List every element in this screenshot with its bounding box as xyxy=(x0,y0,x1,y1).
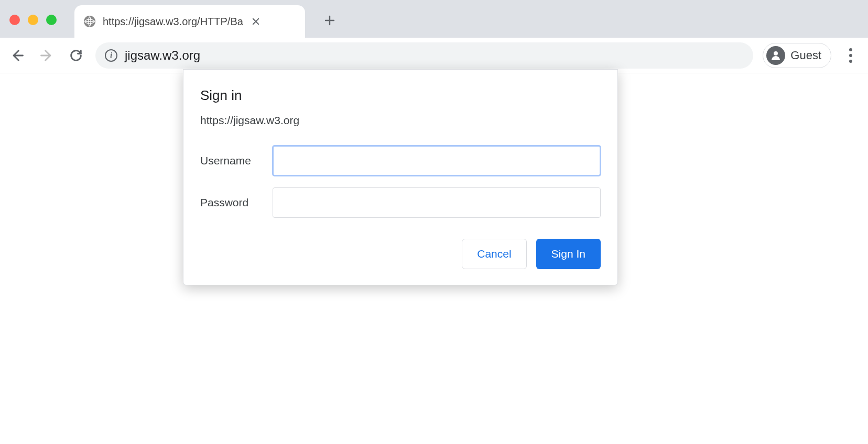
avatar-icon xyxy=(766,46,785,65)
browser-menu-button[interactable] xyxy=(841,46,861,65)
browser-tab[interactable]: https://jigsaw.w3.org/HTTP/Ba xyxy=(74,5,305,38)
window-controls xyxy=(9,15,57,25)
address-bar-text: jigsaw.w3.org xyxy=(125,48,200,63)
dialog-actions: Cancel Sign In xyxy=(200,239,601,269)
address-bar[interactable]: i jigsaw.w3.org xyxy=(95,42,753,69)
browser-toolbar: i jigsaw.w3.org Guest xyxy=(0,38,868,73)
window-close-button[interactable] xyxy=(9,15,20,25)
profile-button[interactable]: Guest xyxy=(763,43,831,68)
dialog-title: Sign in xyxy=(200,87,601,104)
window-maximize-button[interactable] xyxy=(46,15,57,25)
tab-strip: https://jigsaw.w3.org/HTTP/Ba xyxy=(0,0,868,38)
window-minimize-button[interactable] xyxy=(28,15,38,25)
globe-icon xyxy=(84,16,95,27)
reload-button[interactable] xyxy=(66,46,86,65)
password-label: Password xyxy=(200,196,273,209)
new-tab-button[interactable] xyxy=(321,12,339,29)
dialog-origin: https://jigsaw.w3.org xyxy=(200,114,601,127)
profile-label: Guest xyxy=(790,49,821,62)
back-button[interactable] xyxy=(7,46,27,65)
password-input[interactable] xyxy=(273,187,601,218)
username-label: Username xyxy=(200,154,273,167)
page-content: Sign in https://jigsaw.w3.org Username P… xyxy=(0,73,868,444)
http-auth-dialog: Sign in https://jigsaw.w3.org Username P… xyxy=(183,69,618,285)
cancel-button[interactable]: Cancel xyxy=(462,239,526,269)
svg-point-2 xyxy=(774,51,778,56)
username-input[interactable] xyxy=(273,146,601,176)
sign-in-button[interactable]: Sign In xyxy=(536,239,601,269)
site-info-icon[interactable]: i xyxy=(105,49,117,62)
tab-close-button[interactable] xyxy=(251,16,261,27)
password-row: Password xyxy=(200,187,601,218)
username-row: Username xyxy=(200,146,601,176)
kebab-icon xyxy=(849,48,852,63)
forward-button[interactable] xyxy=(37,46,57,65)
tab-title: https://jigsaw.w3.org/HTTP/Ba xyxy=(103,16,243,28)
